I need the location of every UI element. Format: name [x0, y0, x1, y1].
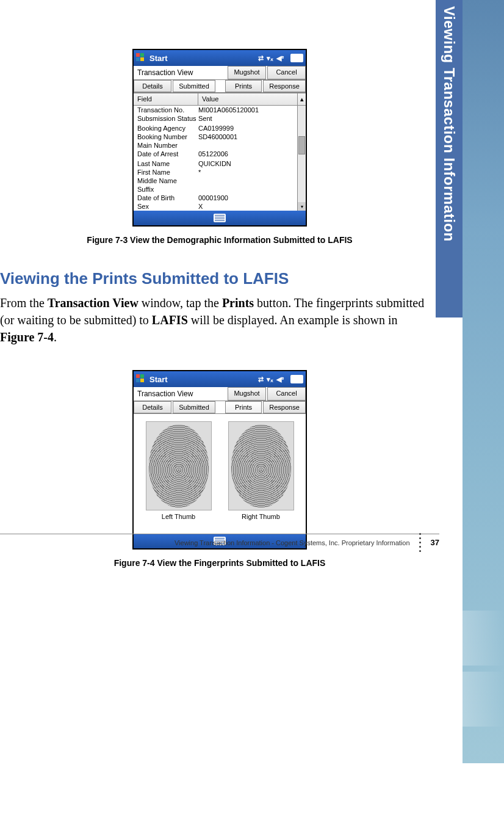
submitted-tab[interactable]: Submitted	[173, 401, 215, 413]
table-row: Main Number	[134, 141, 297, 150]
speaker-icon: ◀ᵉ	[276, 54, 284, 62]
side-decorative-image	[463, 0, 504, 763]
mugshot-button[interactable]: Mugshot	[228, 387, 266, 401]
submitted-tab[interactable]: Submitted	[173, 80, 215, 92]
status-icons: ⇄ ▾ₓ ◀ᵉ ok	[258, 54, 303, 62]
titlebar-text[interactable]: Start	[149, 54, 168, 63]
right-thumb-label: Right Thumb	[228, 513, 294, 520]
titlebar: Start ⇄ ▾ₓ ◀ᵉ ok	[134, 50, 306, 66]
signal-icon: ▾ₓ	[267, 376, 273, 383]
section-heading: Viewing the Prints Submitted to LAFIS	[0, 269, 439, 288]
table-row: SexX	[134, 202, 297, 211]
prints-tab[interactable]: Prints	[225, 80, 262, 92]
footer: Viewing Transaction Information - Cogent…	[0, 533, 439, 552]
vertical-scrollbar[interactable]: ▾	[297, 106, 306, 211]
table-row: Booking AgencyCA0199999	[134, 124, 297, 132]
figure-7-4-screenshot: Start ⇄ ▾ₓ ◀ᵉ ok Transaction View Mugsho…	[132, 370, 307, 550]
scroll-up-arrow[interactable]: ▴	[297, 93, 306, 105]
fingerprint-image	[146, 421, 212, 510]
scrollbar-thumb[interactable]	[298, 136, 305, 154]
footer-text: Viewing Transaction Information - Cogent…	[175, 539, 410, 546]
titlebar-text[interactable]: Start	[149, 375, 168, 384]
table-row: Suffix	[134, 185, 297, 194]
chapter-tab: Viewing Transaction Information	[436, 0, 463, 317]
table-row: Last NameQUICKIDN	[134, 159, 297, 168]
cancel-button[interactable]: Cancel	[267, 387, 306, 401]
page-content: Start ⇄ ▾ₓ ◀ᵉ ok Transaction View Mugsho…	[0, 0, 439, 568]
windows-flag-icon	[136, 53, 146, 63]
figure-7-4-caption: Figure 7-4 View the Fingerprints Submitt…	[0, 558, 439, 568]
mugshot-button[interactable]: Mugshot	[228, 66, 266, 79]
table-row: Transaction No.MI001A0605120001	[134, 106, 297, 114]
connectivity-icon: ⇄	[258, 376, 264, 383]
left-thumb-label: Left Thumb	[146, 513, 212, 520]
bottom-bar	[134, 211, 306, 225]
ok-button[interactable]: ok	[290, 54, 303, 62]
details-tab[interactable]: Details	[134, 80, 171, 92]
column-header-field[interactable]: Field	[134, 93, 198, 105]
connectivity-icon: ⇄	[258, 54, 264, 62]
page-number: 37	[431, 538, 439, 547]
ok-button[interactable]: ok	[290, 375, 303, 383]
speaker-icon: ◀ᵉ	[276, 376, 284, 383]
table-row: Booking NumberSD46000001	[134, 132, 297, 141]
transaction-view-label: Transaction View	[134, 387, 228, 401]
response-tab[interactable]: Response	[263, 80, 306, 92]
status-icons: ⇄ ▾ₓ ◀ᵉ ok	[258, 375, 303, 383]
windows-flag-icon	[136, 374, 146, 384]
details-tab[interactable]: Details	[134, 401, 171, 413]
left-thumb-print: Left Thumb	[146, 421, 212, 520]
signal-icon: ▾ₓ	[267, 54, 273, 62]
titlebar: Start ⇄ ▾ₓ ◀ᵉ ok	[134, 371, 306, 387]
data-table: Transaction No.MI001A0605120001 Subsmiss…	[134, 106, 297, 211]
response-tab[interactable]: Response	[263, 401, 306, 413]
table-row: Date of Birth00001900	[134, 194, 297, 202]
prints-tab[interactable]: Prints	[225, 401, 262, 413]
keyboard-icon[interactable]	[214, 214, 226, 222]
table-row: Date of Arrest05122006	[134, 150, 297, 158]
section-paragraph: From the Transaction View window, tap th…	[0, 294, 427, 346]
figure-7-3-screenshot: Start ⇄ ▾ₓ ◀ᵉ ok Transaction View Mugsho…	[132, 49, 307, 227]
column-header-value[interactable]: Value	[198, 93, 297, 105]
table-row: Middle Name	[134, 176, 297, 185]
right-thumb-print: Right Thumb	[228, 421, 294, 520]
footer-dots-icon	[416, 533, 425, 552]
cancel-button[interactable]: Cancel	[267, 66, 306, 79]
transaction-view-label: Transaction View	[134, 66, 228, 79]
table-row: Subsmission StatusSent	[134, 114, 297, 123]
table-row: First Name*	[134, 168, 297, 176]
scroll-down-arrow[interactable]: ▾	[298, 202, 306, 211]
fingerprint-image	[228, 421, 294, 510]
figure-7-3-caption: Figure 7-3 View the Demographic Informat…	[0, 235, 439, 245]
